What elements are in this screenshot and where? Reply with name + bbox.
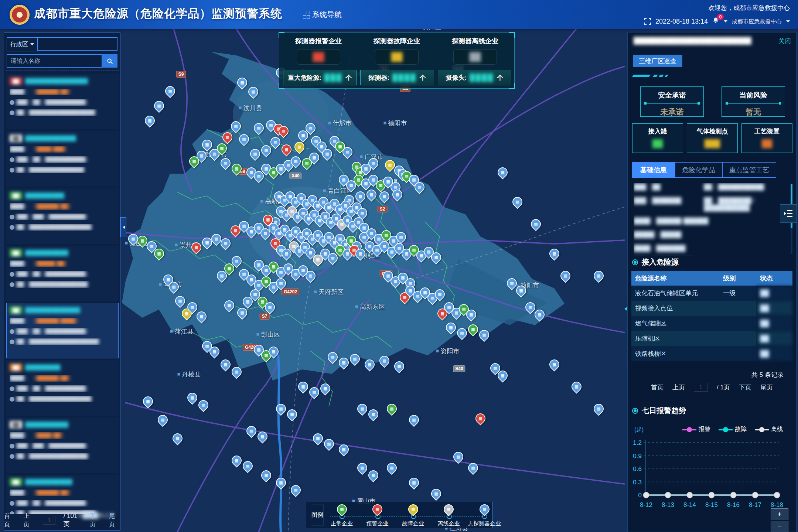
fullscreen-icon[interactable]: [644, 18, 651, 25]
page-prev[interactable]: 上页: [23, 512, 34, 529]
building-icon: ▦: [480, 331, 488, 339]
svg-text:0: 0: [638, 492, 642, 499]
page-last[interactable]: 尾页: [760, 383, 773, 392]
page-total: / 1页: [717, 383, 730, 392]
company-address-row: ██：██████████████████: [10, 109, 115, 116]
search-button[interactable]: [102, 54, 117, 68]
legend-pin-icon: ▦: [370, 502, 384, 516]
building-icon: ▦: [221, 239, 230, 248]
company-category-row: ████：【██████-██】: [10, 375, 115, 382]
building-icon: ▦: [232, 456, 241, 465]
building-icon: ▦: [232, 368, 241, 376]
company-list-item[interactable]: ███████████████：【██████-██】███：██（██████…: [6, 360, 119, 416]
table-row[interactable]: 视频接入点位██: [631, 301, 792, 316]
org-name[interactable]: 成都市应急救援中心: [732, 18, 782, 25]
safety-promise-value: 未承诺: [641, 107, 703, 117]
building-icon: ▦: [498, 371, 507, 380]
map-label: 汶川县: [239, 104, 262, 112]
category-label: ████：: [10, 146, 30, 153]
building-icon: ▦: [517, 286, 525, 295]
system-nav-button[interactable]: 系统导航: [303, 10, 342, 20]
building-icon: ▦: [188, 303, 197, 311]
close-button[interactable]: 关闭: [778, 37, 791, 45]
tab-hazardous-chemicals[interactable]: 危险化学品: [675, 162, 722, 178]
factory-3d-tour-button[interactable]: 三维厂区巡查: [633, 55, 682, 67]
building-icon: ▦: [210, 347, 219, 356]
city-dot-icon: [323, 190, 326, 192]
counter-label: 探测器:: [368, 74, 389, 82]
company-list-item[interactable]: ██████████████████████：【██████-██】███：██…: [6, 74, 119, 129]
page-first[interactable]: 首页: [4, 512, 15, 529]
company-list-item[interactable]: █████████████████：【█████-██】███：██（█████…: [6, 246, 119, 301]
company-list-item[interactable]: ███████████████████：【████-███】███：██（███…: [6, 131, 119, 187]
section-bullet-icon: [632, 259, 638, 265]
building-icon: ▦: [291, 486, 300, 494]
building-icon: ▦: [299, 131, 307, 140]
location-icon: [10, 282, 14, 287]
tab-key-processes[interactable]: 重点监管工艺: [722, 162, 776, 178]
expand-details-button[interactable]: [780, 204, 797, 223]
search-input[interactable]: [7, 54, 102, 68]
building-icon: ▦: [158, 416, 167, 424]
zoom-out-button[interactable]: −: [771, 521, 788, 532]
table-row[interactable]: 压缩机区██: [631, 331, 792, 346]
zoom-in-button[interactable]: +: [771, 508, 788, 520]
chart-legend-item[interactable]: 故障: [719, 426, 747, 433]
chart-legend-item[interactable]: 报警: [682, 426, 710, 433]
status-badge: ██: [10, 421, 22, 429]
city-dot-icon: [125, 242, 128, 245]
page-next[interactable]: 下页: [89, 512, 100, 529]
person-icon: [10, 100, 14, 105]
stats-panel: 探测器报警企业██探测器故障企业██探测器离线企业██ 重大危险源:███个探测…: [279, 33, 515, 89]
asset-card-label: 接入罐: [632, 127, 683, 136]
building-icon: ▦: [262, 146, 270, 154]
district-value-field[interactable]: [38, 37, 117, 51]
table-row[interactable]: 液化石油气储罐区单元一级██: [631, 286, 792, 301]
legend-item: ▦离线企业: [432, 502, 466, 527]
building-icon: ▦: [238, 78, 246, 87]
page-next[interactable]: 下页: [739, 383, 751, 392]
tab-basic-info[interactable]: 基础信息: [632, 162, 675, 178]
hazard-level-cell: [719, 301, 756, 316]
header-toolbar: 2022-08-18 13:14 0 成都市应急救援中心: [644, 17, 790, 26]
counter-value: ████: [470, 74, 494, 82]
page-input[interactable]: 1: [694, 383, 708, 392]
page-input[interactable]: 1: [43, 516, 55, 525]
building-icon: ▦: [444, 505, 453, 514]
district-select[interactable]: 行政区: [7, 37, 38, 51]
divider: [633, 75, 791, 77]
sidebar-collapse-handle[interactable]: [120, 217, 126, 237]
building-icon: ▦: [232, 122, 240, 130]
page-title: 成都市重大危险源（危险化学品）监测预警系统: [34, 6, 282, 21]
company-list-item[interactable]: ████████████████████：【██████-████】███：██…: [6, 303, 119, 358]
asset-card-value: ███: [687, 139, 737, 148]
notification-bell[interactable]: 0: [712, 17, 719, 26]
building-icon: ▦: [550, 249, 559, 258]
trend-section-header: 七日报警趋势: [632, 406, 686, 416]
company-contact-row: ███：███（██████████）: [10, 443, 115, 449]
contact-text: ███：██（███████████）: [17, 328, 91, 335]
company-list-item[interactable]: █████████████████：【████-██】███：███（█████…: [6, 417, 119, 473]
page-first[interactable]: 首页: [651, 383, 664, 392]
person-icon: [10, 157, 14, 162]
building-icon: ▦: [380, 192, 389, 201]
company-contact-row: ███：██（███████████）: [10, 156, 115, 163]
table-row[interactable]: 铁路栈桥区██: [631, 346, 792, 361]
building-icon: ▦: [155, 102, 163, 110]
location-icon: [10, 397, 14, 402]
chart-legend-item[interactable]: 离线: [755, 426, 783, 433]
company-list-item[interactable]: ████████████████：【██████-██】███：███（████…: [6, 188, 119, 244]
company-list-item[interactable]: ██████████████████：【██████-██】███：██（███…: [6, 475, 119, 514]
page-last[interactable]: 尾页: [109, 512, 120, 529]
page-prev[interactable]: 上页: [672, 383, 685, 392]
contact-text: ███：██（███████████）: [17, 156, 91, 163]
road-badge: G4202: [282, 289, 299, 295]
category-value: 【█████-██】: [32, 260, 69, 267]
building-icon: ▦: [356, 249, 365, 258]
svg-text:8-12: 8-12: [640, 501, 652, 508]
building-icon: ▦: [247, 427, 256, 435]
building-icon: ▦: [144, 397, 152, 406]
panel-collapse-handle[interactable]: [623, 304, 627, 314]
hazard-level-cell: [719, 331, 756, 346]
table-row[interactable]: 燃气储罐区██: [631, 316, 792, 331]
